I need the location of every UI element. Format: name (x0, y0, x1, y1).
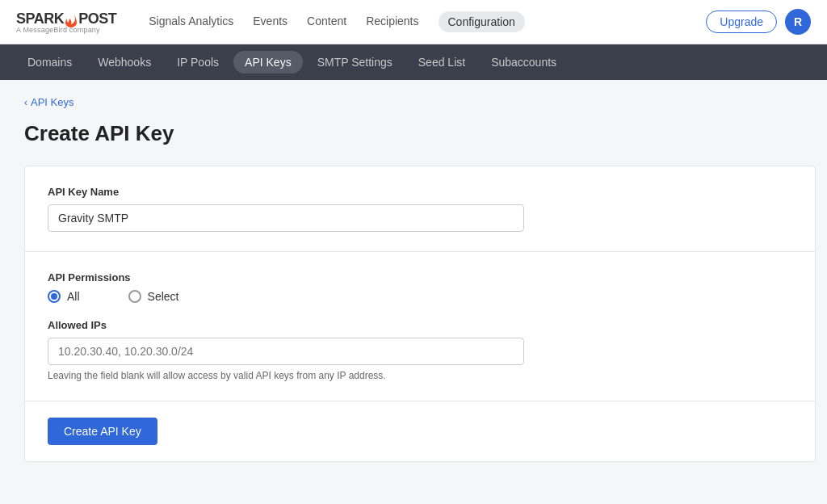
page-title: Create API Key (24, 121, 803, 146)
subnav-webhooks[interactable]: Webhooks (86, 51, 162, 74)
permissions-row: All Select (48, 290, 792, 303)
top-nav-links: Signals Analytics Events Content Recipie… (149, 11, 682, 32)
nav-configuration[interactable]: Configuration (439, 11, 525, 32)
allowed-ips-label: Allowed IPs (48, 319, 792, 331)
api-key-name-section: API Key Name (25, 166, 815, 252)
subnav-api-keys[interactable]: API Keys (233, 51, 303, 74)
flame-icon (65, 10, 78, 27)
top-nav-right: Upgrade R (706, 9, 811, 35)
radio-all-circle[interactable] (48, 290, 61, 303)
nav-events[interactable]: Events (253, 11, 288, 32)
radio-all-label: All (67, 290, 80, 303)
breadcrumb-chevron-icon: ‹ (24, 97, 27, 108)
allowed-ips-input[interactable] (48, 338, 524, 365)
api-key-name-input[interactable] (48, 204, 524, 232)
logo-sub: A MessageBird company (16, 26, 100, 34)
api-permissions-label: API Permissions (48, 271, 792, 284)
create-api-key-button[interactable]: Create API Key (48, 418, 157, 445)
sub-nav: Domains Webhooks IP Pools API Keys SMTP … (0, 44, 827, 80)
api-permissions-section: API Permissions All Select Allowed IPs L… (25, 252, 815, 401)
breadcrumb[interactable]: ‹ API Keys (24, 96, 803, 108)
upgrade-button[interactable]: Upgrade (706, 10, 777, 33)
subnav-subaccounts[interactable]: Subaccounts (480, 51, 568, 74)
allowed-ips-hint: Leaving the field blank will allow acces… (48, 370, 792, 381)
subnav-smtp-settings[interactable]: SMTP Settings (306, 51, 404, 74)
radio-select-circle[interactable] (128, 290, 141, 303)
top-nav: SPARK POST A MessageBird company Signals… (0, 0, 827, 44)
radio-all-option[interactable]: All (48, 290, 80, 303)
logo-post: POST (78, 10, 116, 27)
logo-spark: SPARK (16, 10, 64, 27)
logo: SPARK POST A MessageBird company (16, 10, 116, 34)
page-content: ‹ API Keys Create API Key API Key Name A… (0, 80, 827, 478)
avatar-button[interactable]: R (785, 9, 811, 35)
create-api-key-card: API Key Name API Permissions All Select … (24, 166, 816, 462)
api-key-name-label: API Key Name (48, 186, 792, 198)
radio-select-option[interactable]: Select (128, 290, 179, 303)
subnav-domains[interactable]: Domains (16, 51, 83, 74)
radio-select-label: Select (148, 290, 179, 303)
nav-content[interactable]: Content (307, 11, 346, 32)
nav-signals-analytics[interactable]: Signals Analytics (149, 11, 233, 32)
breadcrumb-label: API Keys (31, 96, 73, 108)
subnav-ip-pools[interactable]: IP Pools (166, 51, 230, 74)
nav-recipients[interactable]: Recipients (366, 11, 418, 32)
card-footer: Create API Key (25, 401, 815, 461)
subnav-seed-list[interactable]: Seed List (407, 51, 476, 74)
